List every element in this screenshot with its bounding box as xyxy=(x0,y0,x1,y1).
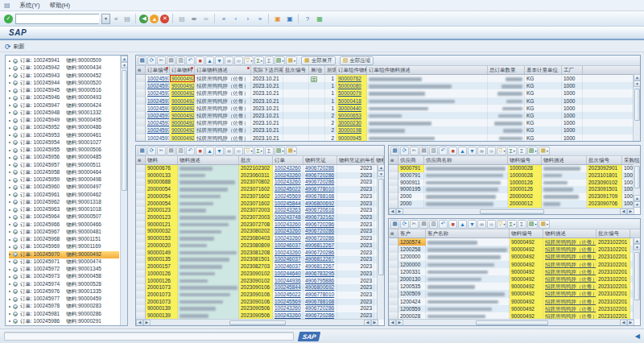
scroll-thumb[interactable] xyxy=(476,320,548,325)
row-selector[interactable] xyxy=(389,246,398,253)
column-header[interactable]: 订单物料描述 xyxy=(195,66,251,74)
cell-order[interactable]: 100243260 xyxy=(273,305,303,312)
cell-batch[interactable]: 2023072003 xyxy=(239,214,273,221)
cell-batch-number[interactable]: 2023092901 xyxy=(587,165,622,172)
cell-order[interactable]: 100245569 xyxy=(273,193,303,200)
column-header[interactable]: 层级 xyxy=(325,66,336,74)
cell-order-number[interactable]: 100245970 xyxy=(146,75,170,82)
cell-material-desc[interactable]: 招牌黑鸭鸭脖（佐餐） xyxy=(543,253,597,260)
layout-icon[interactable]: ▦▾ xyxy=(539,220,550,229)
cell-material-doc[interactable]: 4906812267 xyxy=(303,256,337,263)
tree-item[interactable]: 订单: 100245964物料:90000507 xyxy=(9,213,119,221)
sum-icon[interactable]: Σ▾ xyxy=(507,220,516,229)
cell-material-desc[interactable]: 招牌黑鸭鸭脖（佐餐） xyxy=(543,290,597,297)
tree-item[interactable]: 订单: 100245959物料:90000498 xyxy=(9,176,119,184)
cell-customer[interactable]: 1200574 xyxy=(398,238,426,246)
cell-batch-number[interactable]: 2023102201 xyxy=(597,283,630,290)
cell-material[interactable]: 20001073 xyxy=(146,291,178,299)
scroll-thumb[interactable] xyxy=(634,166,640,188)
cell-order[interactable]: 100243748 xyxy=(273,214,303,221)
cell-material-number[interactable]: 90000492 xyxy=(510,305,543,312)
column-header[interactable]: 物料编号 xyxy=(508,156,542,164)
copy-icon[interactable]: ▤ xyxy=(419,147,428,155)
copy-icon[interactable]: ▤ xyxy=(167,147,175,155)
cell-material-desc[interactable]: 招牌黑鸭鸭脖（佐餐） xyxy=(543,275,597,283)
cell-material-number[interactable]: 90000492 xyxy=(510,298,543,305)
scroll-thumb[interactable] xyxy=(122,70,127,191)
cell-order[interactable]: 100243260 xyxy=(273,221,303,229)
row-selector[interactable] xyxy=(136,235,146,242)
cut-icon[interactable]: ✂ xyxy=(410,220,419,229)
cell-component-material[interactable]: 50000080 xyxy=(336,82,367,89)
cell-material[interactable]: 90000139 xyxy=(146,305,178,312)
row-selector[interactable] xyxy=(389,268,398,275)
cell-expand-collapse[interactable] xyxy=(309,82,325,89)
cell-material-number[interactable]: 10000126 xyxy=(508,186,542,193)
cell-order-material[interactable]: 90000492 xyxy=(170,97,195,105)
cell-material-doc[interactable]: 4906720286 xyxy=(303,221,337,229)
tree-item[interactable]: 订单: 100245944物料:90000520 xyxy=(9,80,119,87)
subtotal-icon[interactable]: Σ xyxy=(265,56,274,65)
cell-vendor[interactable]: 9000791 xyxy=(398,165,424,172)
column-header[interactable]: 批次编号 xyxy=(587,156,622,164)
sum-icon[interactable]: Σ▾ xyxy=(254,147,263,155)
column-header[interactable]: 物料编号 xyxy=(510,229,543,238)
cell-material[interactable]: 90000676 xyxy=(146,165,178,172)
row-selector[interactable] xyxy=(136,82,146,89)
tree-item[interactable]: 订单: 100245971物料:90000474 xyxy=(9,258,119,266)
cell-batch[interactable]: 2023090106 xyxy=(239,284,273,291)
scroll-right-icon[interactable]: ▶ xyxy=(143,320,151,326)
undo-icon[interactable]: ↶ xyxy=(439,220,448,229)
refresh-icon[interactable]: ⟳ xyxy=(400,220,409,229)
enter-icon[interactable]: ✓ xyxy=(4,14,13,23)
tree-item[interactable]: 订单: 100245941物料:90000509 xyxy=(9,57,119,64)
cell-material-doc[interactable]: 4906812267 xyxy=(303,263,337,271)
cell-batch[interactable]: 2023082703 xyxy=(239,263,273,271)
help-icon[interactable]: ? xyxy=(302,14,312,24)
column-header[interactable]: 物料凭证 xyxy=(303,156,337,164)
scroll-right-icon[interactable]: ▶ xyxy=(396,320,403,326)
cell-customer[interactable]: 1200424 xyxy=(398,298,426,305)
cell-batch-number[interactable]: 2023102201 xyxy=(597,275,630,283)
cell-material-number[interactable]: 90000492 xyxy=(510,290,543,297)
scroll-right-icon[interactable]: ▶ xyxy=(627,209,634,215)
tree-item[interactable]: 订单: 100245949物料:90000495 xyxy=(9,117,119,124)
cell-batch[interactable]: 2023081208 xyxy=(239,250,273,257)
row-selector[interactable] xyxy=(136,119,146,126)
row-selector[interactable] xyxy=(389,283,398,290)
row-selector[interactable] xyxy=(136,228,146,235)
cell-material-doc[interactable]: 4906783295 xyxy=(303,271,337,278)
cell-material[interactable]: 90000121 xyxy=(146,221,178,229)
cell-material-doc[interactable]: 4906720286 xyxy=(303,165,337,172)
tree-item[interactable]: 订单: 100245963物料:90001018 xyxy=(9,206,119,213)
layout-icon[interactable]: ▦▾ xyxy=(539,147,550,155)
tree-item[interactable]: 订单: 100245954物料:90001027 xyxy=(9,139,119,147)
delete-icon[interactable]: ■ xyxy=(448,147,457,155)
cell-batch[interactable]: 2023090102 xyxy=(239,278,273,285)
cut-icon[interactable]: ✂ xyxy=(410,147,419,155)
cell-material[interactable]: 20000123 xyxy=(146,207,178,214)
cell-material[interactable]: 10000126 xyxy=(146,271,178,278)
sort-desc-icon[interactable]: ▼ xyxy=(468,147,477,155)
scroll-thumb[interactable] xyxy=(634,252,640,300)
cell-material-number[interactable]: 90000492 xyxy=(510,268,543,275)
column-header[interactable]: 批次 xyxy=(239,156,273,164)
subtotal-icon[interactable]: Σ xyxy=(518,147,526,155)
scroll-up-icon[interactable]: ▲ xyxy=(634,195,641,201)
tree-item[interactable]: 订单: 100245986物料:90000291 xyxy=(9,318,119,325)
scroll-down-icon[interactable]: ▼ xyxy=(634,201,641,208)
cell-material-doc[interactable]: 4906720616 xyxy=(303,207,337,214)
delete-icon[interactable]: ■ xyxy=(196,147,204,155)
column-header[interactable]: 订单物料 xyxy=(170,66,195,74)
row-selector[interactable] xyxy=(136,193,146,200)
cell-batch-number[interactable]: 2023101801 xyxy=(587,172,622,180)
scroll-thumb[interactable] xyxy=(634,89,640,121)
scroll-right-icon[interactable]: ▶ xyxy=(396,209,403,215)
details-icon[interactable]: ▦ xyxy=(138,56,147,65)
cell-material[interactable]: 90000149 xyxy=(146,250,178,257)
undo-icon[interactable]: ↶ xyxy=(186,56,195,65)
cell-material-doc[interactable]: 4906800692 xyxy=(303,200,337,208)
cell-component-material[interactable]: 30000440 xyxy=(336,105,367,112)
row-selector[interactable] xyxy=(389,305,398,312)
cell-material-doc[interactable]: 4906720286 xyxy=(303,228,337,235)
